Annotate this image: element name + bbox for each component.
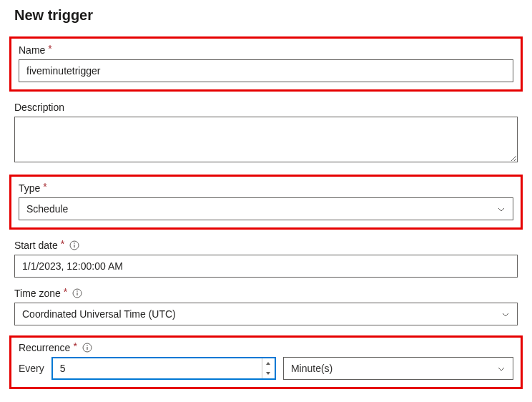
name-field: Name * xyxy=(19,44,513,82)
info-icon[interactable] xyxy=(82,343,92,353)
type-section-highlight: Type * Schedule xyxy=(9,175,523,230)
start-date-label: Start date xyxy=(14,240,58,251)
recurrence-label: Recurrence xyxy=(19,342,70,353)
start-date-input[interactable] xyxy=(14,255,518,278)
recurrence-every-input[interactable]: 5 xyxy=(51,357,276,380)
time-zone-select-value: Coordinated Universal Time (UTC) xyxy=(22,308,176,320)
svg-rect-2 xyxy=(74,245,75,247)
recurrence-unit-value: Minute(s) xyxy=(291,363,332,374)
page-title: New trigger xyxy=(14,7,518,24)
type-field: Type * Schedule xyxy=(19,182,513,220)
spinner-down-button[interactable] xyxy=(262,368,275,378)
name-label: Name xyxy=(19,44,45,56)
description-field: Description xyxy=(14,102,518,165)
required-indicator: * xyxy=(48,43,51,54)
every-label: Every xyxy=(19,363,44,374)
chevron-up-icon xyxy=(266,362,270,365)
svg-point-1 xyxy=(74,242,75,244)
required-indicator: * xyxy=(43,181,46,192)
chevron-down-icon xyxy=(497,364,506,373)
info-icon[interactable] xyxy=(72,288,82,298)
recurrence-section-highlight: Recurrence * Every 5 Minute(s) xyxy=(9,335,523,389)
name-input[interactable] xyxy=(19,59,513,82)
svg-point-4 xyxy=(77,290,78,292)
time-zone-field: Time zone * Coordinated Universal Time (… xyxy=(14,288,518,325)
required-indicator: * xyxy=(73,340,77,352)
spinner-up-button[interactable] xyxy=(262,358,275,368)
spinner xyxy=(262,358,275,378)
chevron-down-icon xyxy=(497,205,506,213)
name-section-highlight: Name * xyxy=(9,36,523,92)
chevron-down-icon xyxy=(266,372,270,375)
svg-rect-5 xyxy=(77,293,78,295)
info-icon[interactable] xyxy=(69,240,79,250)
required-indicator: * xyxy=(64,286,67,298)
description-input[interactable] xyxy=(14,117,518,162)
svg-rect-8 xyxy=(87,347,87,350)
svg-point-7 xyxy=(87,345,88,346)
required-indicator: * xyxy=(61,238,64,250)
time-zone-label: Time zone xyxy=(14,288,61,299)
recurrence-row: Every 5 Minute(s) xyxy=(19,357,513,380)
recurrence-every-value: 5 xyxy=(60,363,262,374)
time-zone-select[interactable]: Coordinated Universal Time (UTC) xyxy=(14,303,518,325)
start-date-field: Start date * xyxy=(14,240,518,278)
chevron-down-icon xyxy=(501,310,510,318)
type-select-value: Schedule xyxy=(26,203,68,215)
type-label: Type xyxy=(19,182,40,194)
description-label: Description xyxy=(14,102,64,113)
type-select[interactable]: Schedule xyxy=(19,197,513,220)
recurrence-unit-select[interactable]: Minute(s) xyxy=(283,357,513,380)
